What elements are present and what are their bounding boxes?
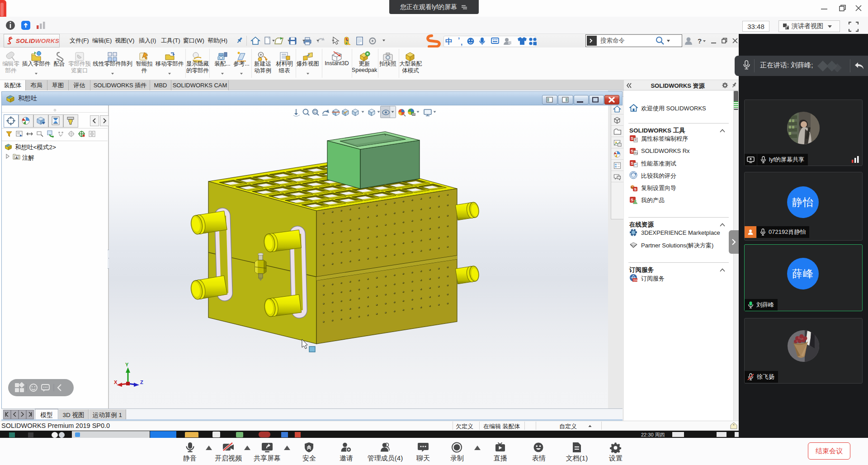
svg-text:Z: Z [140,380,143,385]
svg-text:S: S [631,161,633,166]
svg-text:S: S [634,187,637,191]
svg-text:S: S [631,198,633,202]
svg-text:?: ? [698,37,702,45]
svg-text:,: , [461,38,462,46]
svg-text:S: S [631,149,633,153]
svg-text:Y: Y [125,362,129,367]
svg-text:A: A [15,156,18,160]
svg-text:S: S [631,136,633,141]
svg-text:’: ’ [458,36,460,43]
svg-text:SW: SW [633,279,638,282]
svg-text:Rx: Rx [634,152,638,155]
svg-text:中: 中 [445,38,453,45]
svg-text:X: X [114,380,118,385]
